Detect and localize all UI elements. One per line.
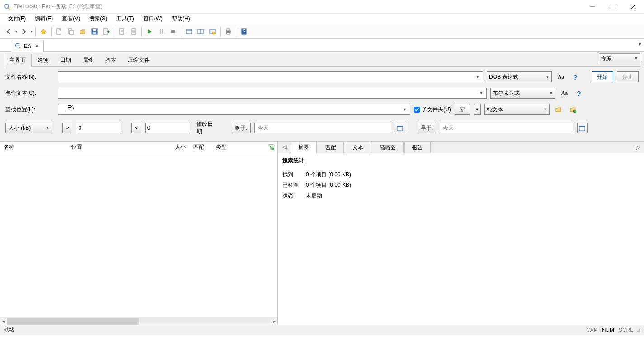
svg-point-34	[16, 43, 19, 47]
window-title: FileLocator Pro - 搜索: E:\ (伦理审查)	[14, 3, 582, 10]
menu-file[interactable]: 文件(F)	[4, 14, 30, 24]
case-sensitive-button[interactable]: Aa	[555, 71, 566, 82]
filter-dropdown-button[interactable]: ▼	[474, 104, 481, 115]
criteria-tabs: 主界面 选项 日期 属性 脚本 压缩文件 专家 ▼	[4, 53, 640, 66]
criteria-tab-attributes[interactable]: 属性	[77, 54, 99, 67]
scroll-left-button[interactable]: ◀	[0, 318, 7, 325]
lookin-input[interactable]: E:\ ▼	[58, 104, 410, 115]
criteria-tab-script[interactable]: 脚本	[99, 54, 122, 67]
menu-edit[interactable]: 编辑(E)	[30, 14, 57, 24]
detail-tab-text[interactable]: 文本	[345, 142, 371, 153]
export-button[interactable]	[101, 26, 112, 37]
size-gt-button[interactable]: >	[62, 123, 73, 133]
menu-search[interactable]: 搜索(S)	[85, 14, 112, 24]
col-size[interactable]: 大小	[163, 142, 190, 153]
print-button[interactable]	[223, 26, 234, 37]
detail-tabs-next-button[interactable]: ▷	[633, 143, 642, 152]
case-sensitive-contains-button[interactable]: Aa	[559, 88, 570, 99]
doc-b-button[interactable]	[128, 26, 139, 37]
help-button[interactable]: ?	[239, 26, 249, 37]
results-header: 名称 位置 大小 匹配 类型	[0, 142, 277, 153]
results-pane: 名称 位置 大小 匹配 类型 ◀ ▶	[0, 142, 278, 325]
document-tab-label: E:\	[24, 43, 31, 49]
menu-view[interactable]: 查看(V)	[57, 14, 85, 24]
stats-status-value: 未启动	[306, 192, 322, 199]
detail-tab-report[interactable]: 报告	[404, 142, 431, 153]
tab-menu-dropdown[interactable]: ▼	[638, 42, 642, 47]
save-button[interactable]	[89, 26, 100, 37]
minimize-button[interactable]	[582, 0, 602, 13]
start-button[interactable]: 开始	[592, 71, 613, 82]
svg-text:?: ?	[243, 28, 246, 35]
mode-select[interactable]: 专家 ▼	[599, 53, 640, 63]
criteria-tab-options[interactable]: 选项	[32, 54, 54, 67]
scroll-thumb[interactable]	[7, 318, 139, 325]
content-type-select[interactable]: 纯文本 ▼	[484, 104, 550, 115]
menu-tools[interactable]: 工具(T)	[112, 14, 138, 24]
col-hits[interactable]: 匹配	[190, 142, 212, 153]
detail-tab-hits[interactable]: 匹配	[318, 142, 344, 153]
subfolders-checkbox-input[interactable]	[414, 107, 420, 113]
size-gt-input[interactable]	[76, 123, 121, 133]
size-unit-select[interactable]: 大小 (kB) ▼	[5, 123, 52, 133]
favorite-button[interactable]	[38, 26, 49, 37]
col-type[interactable]: 类型	[212, 142, 249, 153]
document-tab[interactable]: E:\ ✕	[11, 40, 44, 52]
layout-a-button[interactable]	[183, 26, 194, 37]
criteria-tab-main[interactable]: 主界面	[4, 54, 32, 67]
nav-forward-button[interactable]	[19, 26, 29, 37]
filename-input[interactable]: ▼	[58, 71, 483, 82]
copy-button[interactable]	[66, 26, 76, 37]
chevron-down-icon[interactable]: ▼	[474, 73, 482, 81]
tab-close-button[interactable]: ✕	[33, 43, 40, 49]
scroll-right-button[interactable]: ▶	[270, 318, 277, 325]
results-hscrollbar[interactable]: ◀ ▶	[0, 317, 277, 325]
menu-window[interactable]: 窗口(W)	[139, 14, 167, 24]
resize-grip[interactable]: ◢	[637, 327, 640, 332]
help-contains-button[interactable]: ?	[573, 88, 584, 99]
col-name[interactable]: 名称	[0, 142, 68, 153]
chevron-down-icon[interactable]: ▼	[477, 89, 485, 97]
layout-c-button[interactable]	[207, 26, 218, 37]
column-filter-button[interactable]	[268, 143, 275, 152]
stop-button[interactable]: 停止	[617, 71, 639, 82]
filename-expression-select[interactable]: DOS 表达式 ▼	[487, 71, 552, 82]
chevron-down-icon[interactable]: ▼	[401, 105, 409, 113]
new-doc-button[interactable]	[54, 26, 65, 37]
before-date-input[interactable]: 今天	[440, 123, 573, 133]
filter-button[interactable]	[455, 104, 470, 115]
menu-help[interactable]: 帮助(H)	[167, 14, 195, 24]
open-button[interactable]	[77, 26, 88, 37]
close-button[interactable]	[623, 0, 643, 13]
nav-back-button[interactable]	[3, 26, 14, 37]
browse-folder-alt-button[interactable]	[568, 104, 578, 115]
size-lt-input[interactable]	[145, 123, 190, 133]
after-calendar-button[interactable]	[395, 123, 405, 133]
layout-b-button[interactable]	[195, 26, 206, 37]
criteria-tab-date[interactable]: 日期	[54, 54, 77, 67]
nav-back-dropdown[interactable]: ▾	[14, 29, 18, 33]
after-date-input[interactable]: 今天	[254, 123, 391, 133]
browse-folder-button[interactable]	[553, 104, 564, 115]
detail-tabs-prev-button[interactable]: ◁	[280, 142, 289, 151]
detail-tab-summary[interactable]: 摘要	[291, 141, 317, 153]
start-search-button[interactable]	[144, 26, 155, 37]
help-filename-button[interactable]: ?	[570, 71, 581, 82]
detail-tab-thumb[interactable]: 缩略图	[372, 142, 404, 153]
before-calendar-button[interactable]	[577, 123, 588, 133]
size-lt-button[interactable]: <	[131, 123, 141, 133]
col-location[interactable]: 位置	[68, 142, 163, 153]
contains-input[interactable]: ▼	[58, 88, 487, 99]
svg-rect-16	[132, 29, 136, 34]
cap-indicator: CAP	[586, 327, 597, 333]
search-icon	[15, 43, 21, 49]
subfolders-checkbox[interactable]: 子文件夹(U)	[414, 106, 451, 113]
doc-a-button[interactable]	[117, 26, 127, 37]
contains-expression-select[interactable]: 布尔表达式 ▼	[490, 88, 555, 99]
criteria-tab-archive[interactable]: 压缩文件	[122, 54, 155, 67]
maximize-button[interactable]	[602, 0, 623, 13]
results-list[interactable]	[0, 153, 277, 317]
nav-forward-dropdown[interactable]: ▾	[30, 29, 33, 33]
pause-search-button[interactable]	[156, 26, 167, 37]
stop-search-button[interactable]	[168, 26, 179, 37]
